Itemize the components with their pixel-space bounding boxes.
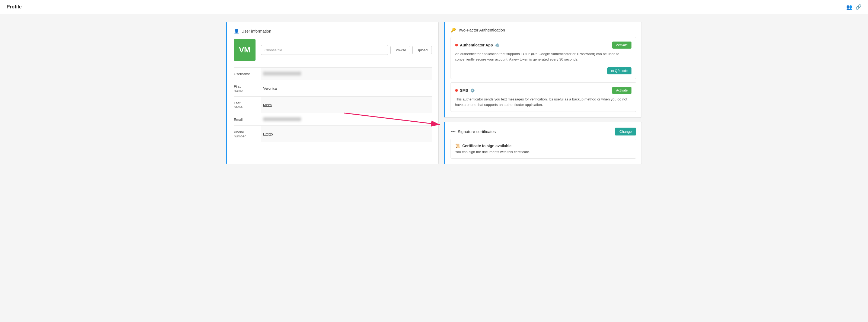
choose-file-label: Choose file [265, 48, 282, 52]
authenticator-status-dot [455, 44, 458, 47]
authenticator-app-card: Authenticator App ⚙️ Activate An authent… [451, 37, 637, 79]
cert-description: You can sign the documents with this cer… [455, 150, 632, 154]
field-label-firstname: Firstname [234, 80, 261, 97]
wave-icon: 〰️ [451, 129, 456, 134]
authenticator-app-description: An authenticator application that suppor… [455, 51, 632, 62]
authenticator-app-title-row: Authenticator App ⚙️ [455, 43, 500, 47]
user-info-title: User information [241, 29, 271, 33]
sms-settings-icon[interactable]: ⚙️ [470, 89, 475, 93]
blurred-username [263, 72, 301, 76]
authenticator-app-label: Authenticator App [460, 43, 493, 47]
sms-label: SMS [460, 88, 468, 93]
left-panel: 👤 User information VM Choose file Browse… [226, 22, 439, 164]
activate-authenticator-button[interactable]: Activate [612, 41, 631, 49]
certificate-card: 📜 Certificate to sign available You can … [451, 139, 637, 158]
blurred-email [263, 117, 301, 121]
field-value-email [261, 113, 432, 126]
field-label-username: Username [234, 68, 261, 80]
phone-value[interactable]: Empty [263, 132, 273, 136]
file-upload-area: Choose file Browse Upload [261, 45, 432, 55]
cert-icon: 📜 [455, 143, 460, 148]
page-title: Profile [6, 4, 22, 10]
table-row: Phonenumber Empty [234, 126, 432, 142]
signature-certificates-title: Signature certificates [458, 129, 496, 134]
avatar-upload-row: VM Choose file Browse Upload [234, 39, 432, 61]
field-label-email: Email [234, 113, 261, 126]
sms-header: SMS ⚙️ Activate [455, 87, 632, 94]
authenticator-settings-icon[interactable]: ⚙️ [495, 43, 499, 47]
qr-icon: ⊞ [611, 69, 614, 73]
lastname-value[interactable]: Meza [263, 103, 272, 107]
header-icons: 👥 🔗 [846, 4, 862, 10]
signature-certificates-section: 〰️ Signature certificates Change 📜 Certi… [444, 122, 642, 164]
header: Profile 👥 🔗 [0, 0, 868, 14]
two-factor-header: 🔑 Two-Factor Authentication [451, 27, 637, 33]
link-icon[interactable]: 🔗 [856, 4, 862, 10]
avatar: VM [234, 39, 255, 61]
firstname-value[interactable]: Veronica [263, 86, 277, 90]
field-label-phone: Phonenumber [234, 126, 261, 142]
table-row: Email [234, 113, 432, 126]
field-value-lastname: Meza [261, 97, 432, 113]
sms-description: This authenticator sends you text messag… [455, 97, 632, 107]
cert-title-label: Certificate to sign available [463, 144, 512, 148]
upload-button[interactable]: Upload [412, 46, 432, 54]
qr-code-label: QR code [615, 69, 628, 73]
main-content: 👤 User information VM Choose file Browse… [220, 14, 648, 172]
field-label-lastname: Lastname [234, 97, 261, 113]
field-value-phone: Empty [261, 126, 432, 142]
change-certificate-button[interactable]: Change [615, 127, 636, 136]
right-panel: 🔑 Two-Factor Authentication Authenticato… [444, 22, 642, 164]
qr-code-button[interactable]: ⊞ QR code [607, 67, 631, 75]
table-row: Firstname Veronica [234, 80, 432, 97]
signature-certificates-title-row: 〰️ Signature certificates [451, 129, 496, 134]
two-factor-title: Two-Factor Authentication [458, 28, 505, 32]
signature-certificates-header: 〰️ Signature certificates Change [451, 127, 637, 136]
two-factor-section: 🔑 Two-Factor Authentication Authenticato… [444, 22, 642, 118]
user-info-header: 👤 User information [234, 29, 432, 34]
table-row: Lastname Meza [234, 97, 432, 113]
sms-card: SMS ⚙️ Activate This authenticator sends… [451, 82, 637, 112]
cert-title: 📜 Certificate to sign available [455, 143, 632, 148]
field-value-username [261, 68, 432, 80]
users-icon[interactable]: 👥 [846, 4, 852, 10]
browse-button[interactable]: Browse [390, 46, 410, 54]
authenticator-app-header: Authenticator App ⚙️ Activate [455, 41, 632, 49]
avatar-initials: VM [239, 46, 250, 54]
key-icon: 🔑 [451, 27, 456, 33]
activate-sms-button[interactable]: Activate [612, 87, 631, 94]
sms-status-dot [455, 89, 458, 92]
person-icon: 👤 [234, 29, 239, 34]
user-form-table: Username Firstname Veronica [234, 67, 432, 142]
sms-title-row: SMS ⚙️ [455, 88, 475, 93]
table-row: Username [234, 68, 432, 80]
file-input-display: Choose file [261, 45, 388, 55]
field-value-firstname: Veronica [261, 80, 432, 97]
